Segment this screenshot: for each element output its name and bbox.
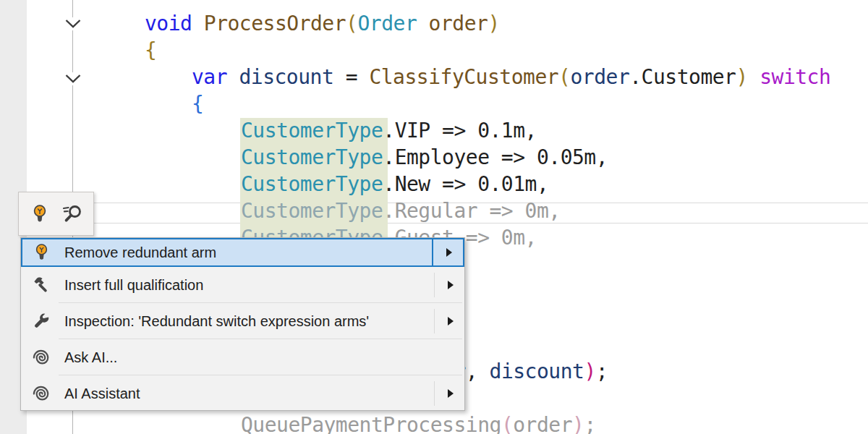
submenu-arrow-icon: [446, 248, 452, 257]
code-token: discount: [227, 65, 333, 89]
code-token: ): [488, 12, 499, 35]
code-token: .Regular => 0m,: [383, 199, 560, 223]
code-line: var discount = ClassifyCustomer(order.Cu…: [192, 67, 830, 88]
code-token: ,: [466, 359, 490, 383]
code-line: CustomerType.VIP => 0.1m,: [241, 121, 537, 141]
code-token: Order: [357, 12, 417, 35]
hammer-icon: [32, 275, 51, 295]
code-token: CustomerType: [241, 145, 383, 169]
code-token: {: [192, 92, 203, 116]
code-token: (: [346, 12, 357, 35]
code-token: .Employee => 0.05m,: [383, 145, 608, 169]
submenu-arrow-icon: [448, 389, 454, 398]
code-line: {: [145, 41, 156, 61]
code-token: (: [558, 65, 570, 89]
menu-item-label: Remove redundant arm: [64, 244, 216, 261]
submenu-arrow-icon: [448, 281, 454, 289]
menu-item-ask-ai[interactable]: Ask AI...: [21, 339, 464, 375]
code-token: ;: [584, 413, 595, 434]
code-token: [192, 12, 203, 35]
code-token: {: [145, 38, 156, 62]
ai-spiral-icon: [32, 347, 51, 367]
code-token: .Customer: [629, 65, 736, 89]
code-token: =: [333, 65, 369, 89]
menu-item-inspection-redundant-switch-arms[interactable]: Inspection: 'Redundant switch expression…: [21, 303, 464, 339]
code-token: void: [145, 12, 192, 35]
menu-item-ai-assistant[interactable]: AI Assistant: [21, 375, 464, 412]
code-token: order: [570, 65, 629, 89]
code-line: CustomerType.New => 0.01m,: [241, 174, 548, 195]
code-token: QueuePaymentProcessing: [241, 413, 501, 434]
code-token: switch: [748, 65, 831, 89]
code-token: CustomerType: [241, 119, 383, 142]
wrench-icon: [32, 311, 51, 331]
code-token: .VIP => 0.1m,: [383, 119, 537, 142]
code-token: CustomerType: [241, 172, 383, 196]
menu-item-remove-redundant-arm[interactable]: Remove redundant arm: [21, 238, 464, 267]
menu-item-label: Insert full qualification: [64, 277, 203, 294]
menu-item-label: Ask AI...: [64, 349, 117, 366]
code-line: {: [192, 94, 203, 114]
submenu-divider: [432, 239, 433, 265]
ai-spiral-icon: [32, 383, 51, 404]
code-token: var: [192, 65, 227, 89]
code-token: order: [417, 12, 488, 35]
menu-item-label: AI Assistant: [64, 386, 140, 402]
submenu-divider: [434, 309, 435, 333]
code-line: CustomerType.Employee => 0.05m,: [241, 148, 608, 168]
submenu-arrow-icon: [448, 317, 454, 326]
code-token: ;: [596, 359, 608, 383]
code-token: ): [736, 65, 747, 89]
menu-item-insert-full-qualification[interactable]: Insert full qualification: [21, 267, 464, 303]
code-token: discount: [490, 359, 584, 383]
submenu-divider: [434, 381, 435, 406]
code-token: order: [513, 413, 572, 434]
code-token: (: [501, 413, 513, 434]
menu-item-label: Inspection: 'Redundant switch expression…: [64, 313, 369, 330]
code-token: ): [584, 359, 595, 383]
code-line: QueuePaymentProcessing(order);: [241, 415, 596, 434]
lightbulb-icon: [32, 242, 51, 263]
lightbulb-widget[interactable]: [18, 192, 94, 236]
code-token: .New => 0.01m,: [383, 172, 548, 196]
code-token: ): [572, 413, 584, 434]
lightbulb-icon[interactable]: [29, 203, 51, 225]
code-line: void ProcessOrder(Order order): [145, 14, 500, 34]
search-actions-icon[interactable]: [61, 203, 83, 225]
code-token: ProcessOrder: [204, 12, 346, 35]
code-line: CustomerType.Regular => 0m,: [241, 201, 561, 221]
submenu-divider: [434, 273, 435, 297]
code-token: ClassifyCustomer: [369, 65, 558, 89]
intention-actions-menu: Remove redundant armInsert full qualific…: [20, 237, 465, 411]
code-token: CustomerType: [241, 199, 383, 223]
